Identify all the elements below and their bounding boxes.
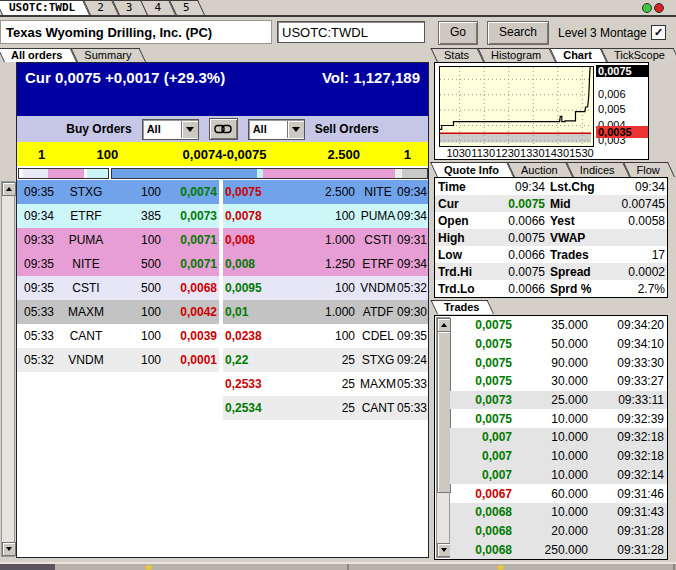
trade-row[interactable]: 0,007325.00009:33:11 [450,391,667,410]
depth-row[interactable]: 05:32VNDM1000,00010,2225STXG09:24 [17,348,428,372]
quote-value: 0.0066 [481,248,547,262]
window-tab-5[interactable]: 5 [176,0,205,15]
quote-info-panel: Time09:34Lst.Chg09:34Cur0.0075Mid0.00745… [434,177,668,298]
depth-row[interactable]: 0,253425CANT05:33 [17,396,428,420]
bid-cells: 05:32VNDM1000,0001 [17,348,219,372]
montage-panel: Cur 0,0075 +0,0017 (+29.3%) Vol: 1,127,1… [16,62,429,558]
trade-row[interactable]: 0,006820.00009:31:28 [450,522,667,541]
buy-orders-label: Buy Orders [66,122,131,136]
sell-filter-dropdown-button[interactable] [287,121,304,138]
scroll-up-button[interactable] [437,318,451,332]
sell-filter-dropdown[interactable]: All [248,119,305,140]
depth-cell: 25 [281,377,355,391]
trade-row[interactable]: 0,007530.00009:33:27 [450,372,667,391]
depth-cell: 09:34 [397,209,426,223]
depth-cell: 09:33 [17,233,61,247]
search-button[interactable]: Search [487,21,549,45]
trade-price: 0,0068 [450,524,512,538]
depth-cell: 100 [111,233,165,247]
tab-summary[interactable]: Summary [77,48,146,62]
analysis-tab-bar: StatsHistogramChartTickScope [437,48,676,62]
depth-row[interactable]: 09:34ETRF3850,00730,0078100PUMA09:34 [17,204,428,228]
chart-y-tick: 0,006 [596,88,648,100]
tab-quote-info[interactable]: Quote Info [437,162,514,177]
current-price-text: Cur 0,0075 +0,0017 (+29.3%) [25,69,225,86]
trade-size: 60.000 [512,487,588,501]
trade-row[interactable]: 0,006810.00009:31:43 [450,503,667,522]
depth-row[interactable]: 05:33MAXM1000,00420,011.000ATDF09:30 [17,300,428,324]
tab-histogram[interactable]: Histogram [484,48,556,62]
scrollbar-thumb[interactable] [437,331,451,493]
tab-trades[interactable]: Trades [437,300,494,314]
quote-value: 09:34 [605,180,667,194]
tab-chart[interactable]: Chart [556,48,607,62]
trade-row[interactable]: 0,006760.00009:31:46 [450,484,667,503]
depth-row[interactable]: 0,253325MAXM05:33 [17,372,428,396]
trade-row[interactable]: 0,007590.00009:33:30 [450,353,667,372]
depth-row[interactable]: 09:35NITE5000,00710,0081.250ETRF09:34 [17,252,428,276]
trade-row[interactable]: 0,007535.00009:34:20 [450,316,667,335]
trade-row[interactable]: 0,00710.00009:32:18 [450,447,667,466]
window-tab-usotc-twdl[interactable]: USOTC:TWDL [2,0,90,15]
level3-montage-checkbox[interactable]: ✓ [651,25,666,40]
depth-cell: 2.500 [281,185,355,199]
tab-label: Trades [444,301,479,313]
tab-auction[interactable]: Auction [514,162,573,177]
tab-stats[interactable]: Stats [437,48,484,62]
tab-label: Quote Info [444,164,499,176]
trade-row[interactable]: 0,0068250.00009:31:28 [450,540,667,559]
buy-filter-dropdown-button[interactable] [181,121,198,138]
bid-cells: 09:35NITE5000,0071 [17,252,219,276]
depth-cell: 0,2533 [223,377,281,391]
tab-indices[interactable]: Indices [573,162,630,177]
symbol-input[interactable] [277,21,425,43]
tab-label: 2 [97,1,104,14]
tab-all-orders[interactable]: All orders [4,48,77,62]
scroll-up-button[interactable] [2,182,16,196]
triangle-down-icon [441,548,447,552]
scroll-down-button[interactable] [2,542,16,556]
depth-distribution-row [17,166,428,180]
trade-size: 250.000 [512,543,588,557]
go-button[interactable]: Go [438,21,478,45]
depth-cell: 0,008 [223,233,281,247]
depth-row[interactable]: 09:35STXG1000,00740,00752.500NITE09:34 [17,180,428,204]
quote-label: Trd.Lo [435,282,481,296]
price-chart-panel: 0,00750,0060,0050,0040,00350,003 1030113… [434,62,649,160]
trade-row[interactable]: 0,00710.00009:32:14 [450,466,667,485]
depth-row[interactable]: 09:35CSTI5000,00680,0095100VNDM05:32 [17,276,428,300]
quote-row: Trd.Hi0.0075Spread0.0002 [435,263,667,280]
depth-segment [263,169,395,178]
depth-cell: 0,0001 [165,353,217,367]
trades-scrollbar[interactable] [436,317,450,558]
quote-value: 0.0075 [481,265,547,279]
depth-cell: 05:33 [397,401,426,415]
buy-filter-dropdown[interactable]: All [142,119,199,140]
quote-row: Open0.0066Yest0.0058 [435,212,667,229]
depth-row[interactable]: 05:33CANT1000,00390,0238100CDEL09:35 [17,324,428,348]
depth-cell: MAXM [61,305,111,319]
trade-row[interactable]: 0,007510.00009:32:39 [450,409,667,428]
tab-flow[interactable]: Flow [630,162,675,177]
trade-size: 35.000 [512,318,588,332]
quote-label: Low [435,248,481,262]
link-sides-button[interactable] [209,118,238,140]
taskbar-strip [0,562,676,570]
trade-size: 10.000 [512,449,588,463]
depth-cell: 385 [111,209,165,223]
trade-price: 0,007 [450,468,512,482]
montage-scrollbar[interactable] [1,181,15,557]
depth-row[interactable]: 09:33PUMA1000,00710,0081.000CSTI09:31 [17,228,428,252]
header-row: Texas Wyoming Drilling, Inc. (PC) Go Sea… [0,17,676,48]
depth-cell: CANT [355,401,397,415]
trade-row[interactable]: 0,00710.00009:32:18 [450,428,667,447]
trade-row[interactable]: 0,007550.00009:34:10 [450,335,667,354]
scroll-down-button[interactable] [437,543,451,557]
depth-cell: 0,22 [223,353,281,367]
connection-status-green-icon [642,3,652,13]
tab-tickscope[interactable]: TickScope [607,48,676,62]
tab-label: All orders [11,49,62,61]
depth-cell: 0,0071 [165,233,217,247]
triangle-up-icon [6,187,12,191]
chevron-down-icon [292,127,300,132]
